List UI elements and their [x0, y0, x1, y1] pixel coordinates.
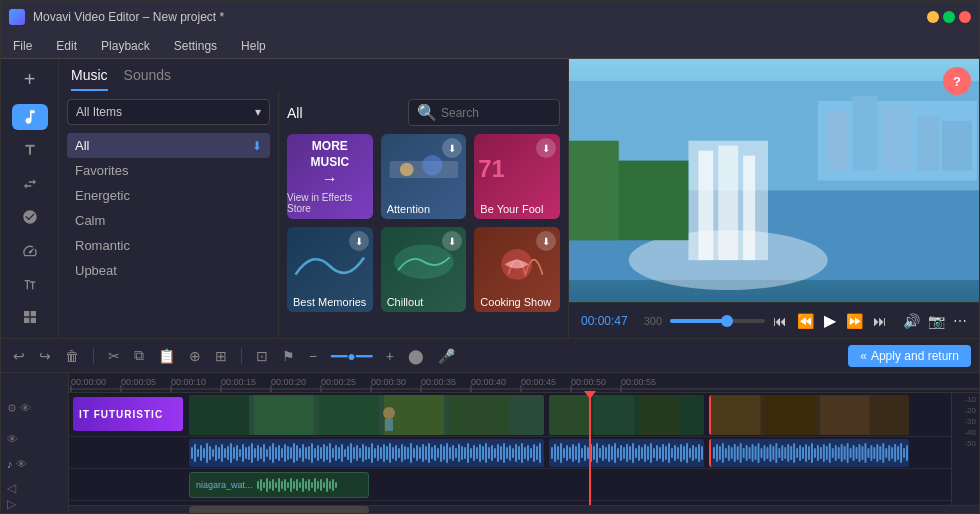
svg-rect-261 — [793, 443, 795, 463]
category-dropdown[interactable]: All Items ▾ — [67, 99, 270, 125]
markers-btn[interactable]: ⚑ — [278, 346, 299, 366]
tab-sounds[interactable]: Sounds — [124, 67, 171, 91]
cut-button[interactable]: ✂ — [104, 346, 124, 366]
sidebar-item-effects[interactable] — [12, 271, 48, 296]
svg-rect-151 — [452, 445, 454, 461]
menu-playback[interactable]: Playback — [97, 37, 154, 55]
menu-help[interactable]: Help — [237, 37, 270, 55]
skip-start-button[interactable]: ⏮ — [773, 313, 787, 329]
svg-rect-275 — [835, 445, 837, 461]
separator — [93, 348, 94, 364]
menu-edit[interactable]: Edit — [52, 37, 81, 55]
menu-file[interactable]: File — [9, 37, 36, 55]
arrow-icon: → — [322, 170, 338, 188]
title-clip[interactable]: IT FUTURISTIC — [73, 397, 183, 431]
scroll-thumb[interactable] — [189, 506, 369, 513]
delete-button[interactable]: 🗑 — [61, 346, 83, 366]
record-btn[interactable]: ⬤ — [404, 346, 428, 366]
track-3-eye[interactable]: 👁 — [16, 458, 27, 470]
progress-fill — [670, 319, 727, 323]
video-clip-2[interactable] — [549, 395, 704, 435]
more-options-button[interactable]: ⋯ — [953, 313, 967, 329]
tab-music[interactable]: Music — [71, 67, 108, 91]
svg-rect-112 — [335, 445, 337, 461]
redo-button[interactable]: ↪ — [35, 346, 55, 366]
split-button[interactable]: ⊕ — [185, 346, 205, 366]
audio-clip-1[interactable] — [189, 439, 544, 467]
svg-rect-163 — [488, 447, 490, 459]
video-clip-3[interactable] — [709, 395, 909, 435]
add-media-button[interactable]: + — [12, 67, 48, 92]
music-card-cookingshow[interactable]: ⬇ Cooking Show — [474, 227, 560, 312]
copy-button[interactable]: ⧉ — [130, 345, 148, 366]
music-clip[interactable]: niagara_wat... — [189, 472, 369, 498]
filter-upbeat[interactable]: Upbeat — [67, 258, 270, 283]
svg-rect-264 — [802, 447, 804, 459]
music-card-beyourfool[interactable]: ⬇ Be Your Fool 71 — [474, 134, 560, 219]
svg-rect-292 — [885, 448, 887, 458]
svg-rect-109 — [326, 446, 328, 460]
track-1-eye[interactable]: 👁 — [20, 402, 31, 414]
undo-button[interactable]: ↩ — [9, 346, 29, 366]
filter-romantic[interactable]: Romantic — [67, 233, 270, 258]
filter-all[interactable]: All ⬇ — [67, 133, 270, 158]
skip-end-button[interactable]: ⏭ — [873, 313, 887, 329]
sidebar-item-text[interactable] — [12, 138, 48, 163]
svg-rect-83 — [248, 446, 250, 460]
filter-calm[interactable]: Calm — [67, 208, 270, 233]
video-controls: 00:00:47 300 ⏮ ⏪ ▶ ⏩ ⏭ 🔊 📷 ⋯ — [569, 302, 979, 338]
play-button[interactable]: ▶ — [824, 311, 836, 330]
video-clip-1[interactable] — [189, 395, 544, 435]
audio-clip-2[interactable] — [549, 439, 704, 467]
progress-bar[interactable] — [670, 319, 765, 323]
paste-button[interactable]: 📋 — [154, 346, 179, 366]
crop-button[interactable]: ⊞ — [211, 346, 231, 366]
zoom-out-btn[interactable]: − — [305, 346, 321, 366]
next-frame-button[interactable]: ⏩ — [846, 313, 863, 329]
sidebar-item-speed[interactable] — [12, 238, 48, 263]
h-scrollbar[interactable] — [69, 505, 979, 513]
sidebar-item-music[interactable] — [12, 104, 48, 129]
zoom-in-btn[interactable]: + — [382, 346, 398, 366]
minimize-button[interactable] — [927, 11, 939, 23]
close-button[interactable] — [959, 11, 971, 23]
apply-return-button[interactable]: « Apply and return — [848, 345, 971, 367]
menu-settings[interactable]: Settings — [170, 37, 221, 55]
svg-rect-102 — [305, 447, 307, 459]
more-music-card[interactable]: MOREMUSIC → View in Effects Store — [287, 134, 373, 219]
zoom-slider[interactable]: ━━●━━ — [327, 346, 375, 366]
transitions-btn[interactable]: ⊡ — [252, 346, 272, 366]
filter-favorites[interactable]: Favorites — [67, 158, 270, 183]
music-card-chillout[interactable]: ⬇ Chillout — [381, 227, 467, 312]
search-input[interactable] — [441, 106, 551, 120]
track-2-eye[interactable]: 👁 — [7, 433, 18, 445]
volume-button[interactable]: 🔊 — [903, 313, 920, 329]
collapse-tracks-icon[interactable]: ▷ — [7, 497, 62, 511]
svg-rect-60 — [765, 395, 815, 435]
svg-text:00:00:15: 00:00:15 — [221, 377, 256, 387]
filter-energetic[interactable]: Energetic — [67, 183, 270, 208]
prev-frame-button[interactable]: ⏪ — [797, 313, 814, 329]
expand-tracks-icon[interactable]: ◁ — [7, 481, 62, 495]
card-visual — [474, 232, 560, 292]
svg-rect-122 — [365, 446, 367, 460]
track-1-settings[interactable]: ⚙ — [7, 402, 17, 415]
svg-rect-204 — [617, 448, 619, 458]
sidebar-item-layout[interactable] — [12, 305, 48, 330]
help-button[interactable]: ? — [943, 67, 971, 95]
svg-rect-251 — [763, 445, 765, 461]
current-time: 00:00:47 — [581, 314, 628, 328]
mic-btn[interactable]: 🎤 — [434, 346, 459, 366]
svg-rect-256 — [778, 448, 780, 458]
search-bar[interactable]: 🔍 — [408, 99, 560, 126]
svg-rect-300 — [257, 481, 259, 489]
sidebar-item-filters[interactable] — [12, 205, 48, 230]
snapshot-button[interactable]: 📷 — [928, 313, 945, 329]
maximize-button[interactable] — [943, 11, 955, 23]
audio-clip-3[interactable] — [709, 439, 909, 467]
music-card-bestmemories[interactable]: ⬇ Best Memories — [287, 227, 373, 312]
svg-rect-146 — [437, 448, 439, 458]
sidebar-item-transitions[interactable] — [12, 171, 48, 196]
music-card-attention[interactable]: ⬇ Attention — [381, 134, 467, 219]
svg-rect-86 — [257, 445, 259, 461]
